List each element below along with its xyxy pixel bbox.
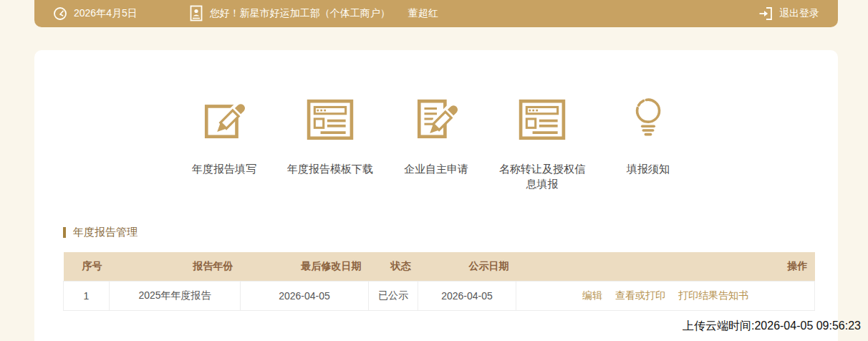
id-badge-icon (189, 5, 203, 22)
section-marker (63, 227, 66, 238)
quick-action-filing-notice[interactable]: 填报须知 (595, 96, 701, 191)
template-window-icon (307, 99, 354, 140)
logout-button[interactable]: 退出登录 (758, 6, 819, 21)
annual-report-table: 序号 报告年份 最后修改日期 状态 公示日期 操作 1 2025年年度报告 20… (63, 252, 815, 311)
quick-action-label: 企业自主申请 (404, 161, 468, 176)
column-header-publish-date: 公示日期 (418, 252, 516, 281)
quick-actions-row: 年度报告填写 年度报告模板下载 (34, 50, 838, 191)
clock-icon (53, 6, 67, 21)
date-group: 2026年4月5日 (53, 6, 138, 21)
quick-action-template-download[interactable]: 年度报告模板下载 (277, 96, 383, 191)
current-date: 2026年4月5日 (74, 7, 138, 20)
column-header-index: 序号 (64, 252, 110, 281)
quick-action-label: 年度报告模板下载 (287, 161, 373, 176)
print-result-notice-link[interactable]: 打印结果告知书 (678, 289, 748, 301)
document-edit-icon (413, 96, 460, 143)
logout-icon (758, 6, 773, 21)
cell-report-year: 2025年年度报告 (110, 281, 241, 310)
column-header-last-modified: 最后修改日期 (241, 252, 369, 281)
annual-report-section: 年度报告管理 序号 报告年份 最后修改日期 状态 公示日期 操作 1 (63, 226, 815, 311)
cell-last-modified: 2026-04-05 (241, 281, 369, 310)
view-or-print-link[interactable]: 查看或打印 (615, 289, 665, 301)
lightbulb-icon (625, 96, 672, 143)
column-header-report-year: 报告年份 (110, 252, 241, 281)
quick-action-label: 年度报告填写 (192, 161, 256, 176)
column-header-actions: 操作 (516, 252, 815, 281)
name-transfer-window-icon (519, 99, 566, 140)
cell-index: 1 (64, 281, 110, 310)
user-group: 您好！新星市好运加工部（个体工商户） 董超红 (189, 5, 438, 22)
table-header-row: 序号 报告年份 最后修改日期 状态 公示日期 操作 (64, 252, 815, 281)
section-title: 年度报告管理 (73, 226, 138, 239)
cell-publish-date: 2026-04-05 (418, 281, 516, 310)
quick-action-self-application[interactable]: 企业自主申请 (383, 96, 489, 191)
quick-action-name-transfer[interactable]: 名称转让及授权信息填报 (489, 96, 595, 191)
edit-link[interactable]: 编辑 (582, 289, 602, 301)
username: 董超红 (408, 7, 438, 20)
cell-status: 已公示 (369, 281, 418, 310)
top-bar: 2026年4月5日 您好！新星市好运加工部（个体工商户） 董超红 退出登录 (34, 0, 838, 27)
section-header: 年度报告管理 (63, 226, 815, 239)
cell-actions: 编辑 查看或打印 打印结果告知书 (516, 281, 815, 310)
quick-action-label: 名称转让及授权信息填报 (496, 161, 588, 191)
upload-cloud-time: 上传云端时间:2026-04-05 09:56:23 (683, 319, 861, 334)
edit-square-icon (201, 96, 248, 143)
quick-action-label: 填报须知 (627, 161, 670, 176)
quick-action-annual-report-fill[interactable]: 年度报告填写 (171, 96, 277, 191)
column-header-status: 状态 (369, 252, 418, 281)
table-row: 1 2025年年度报告 2026-04-05 已公示 2026-04-05 编辑… (64, 281, 815, 310)
main-card: 年度报告填写 年度报告模板下载 (34, 50, 838, 341)
greeting-text: 您好！新星市好运加工部（个体工商户） (210, 7, 390, 20)
logout-label: 退出登录 (779, 7, 819, 20)
